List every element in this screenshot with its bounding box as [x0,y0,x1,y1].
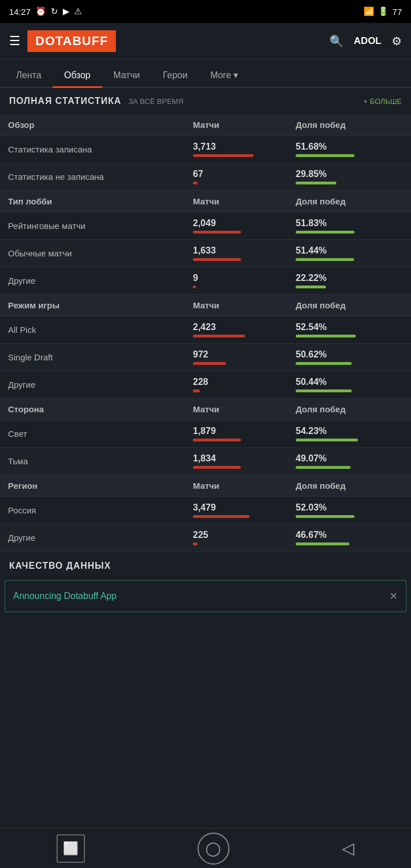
row-winrate: 51.68% [288,136,411,163]
row-matches: 3,479 [185,497,288,524]
status-bar: 14:27 ⏰ ↻ ▶ ⚠ 📶 🔋 77 [0,0,411,23]
winrate-number: 51.68% [296,142,403,152]
row-label: Другие [0,524,185,552]
row-label: Рейтинговые матчи [0,212,185,240]
row-winrate: 52.54% [288,316,411,344]
winrate-number: 50.62% [296,349,403,360]
section-header: ПОЛНАЯ СТАТИСТИКА ЗА ВСЁ ВРЕМЯ + БОЛЬШЕ [0,88,411,114]
alarm-icon: ⏰ [35,6,46,17]
row-matches: 972 [185,344,288,371]
settings-icon[interactable]: ⚙ [392,34,402,48]
nav-tabs: Лента Обзор Матчи Герои More ▾ [0,59,411,88]
group-header-mode: Режим игры Матчи Доля побед [0,295,411,316]
winrate-number: 51.44% [296,246,403,256]
group-header-side: Сторона Матчи Доля побед [0,399,411,420]
group-name-lobby: Тип лобби [0,191,185,212]
match-number: 228 [193,377,280,387]
winrate-number: 49.07% [296,453,403,464]
row-winrate: 52.03% [288,497,411,524]
row-winrate: 50.44% [288,371,411,399]
row-matches: 1,834 [185,448,288,475]
winrate-number: 54.23% [296,426,403,436]
col-header-winrate-4: Доля побед [288,399,411,420]
col-header-matches-3: Матчи [185,295,288,316]
search-icon[interactable]: 🔍 [329,34,344,48]
square-button[interactable]: ⬜ [57,834,85,863]
nav-bar: ⬜ ◯ ◁ [0,828,411,868]
table-row: Другие 9 22.22% [0,267,411,295]
row-label: Россия [0,497,185,524]
row-matches: 228 [185,371,288,399]
table-row: Рейтинговые матчи 2,049 51.83% [0,212,411,240]
table-row: Обычные матчи 1,633 51.44% [0,240,411,267]
table-row: All Pick 2,423 52.54% [0,316,411,344]
tab-lenta[interactable]: Лента [5,65,53,88]
warning-icon: ⚠ [74,6,82,17]
match-number: 225 [193,530,280,540]
stats-table: Обзор Матчи Доля побед Статистика записа… [0,114,411,552]
row-winrate: 51.44% [288,240,411,267]
sync-icon: ↻ [51,6,58,17]
group-header-region: Регион Матчи Доля побед [0,475,411,497]
winrate-number: 51.83% [296,218,403,228]
hamburger-icon[interactable]: ☰ [9,34,21,49]
section-title-area: ПОЛНАЯ СТАТИСТИКА ЗА ВСЁ ВРЕМЯ [9,96,183,106]
square-icon: ⬜ [63,841,78,856]
logo[interactable]: DOTABUFF [27,30,116,52]
table-row: Свет 1,879 54.23% [0,420,411,448]
row-label: Другие [0,371,185,399]
main-content: ПОЛНАЯ СТАТИСТИКА ЗА ВСЁ ВРЕМЯ + БОЛЬШЕ … [0,88,411,704]
username[interactable]: ADOL [354,35,381,47]
more-label: More ▾ [210,70,238,81]
row-matches: 9 [185,267,288,295]
table-row: Статистика записана 3,713 51.68% [0,136,411,163]
plus-icon: + [363,97,368,106]
ad-text: Announcing Dotabuff App [13,591,116,601]
tab-geroi[interactable]: Герои [151,65,199,88]
col-header-matches-1: Матчи [185,114,288,136]
col-header-matches-2: Матчи [185,191,288,212]
table-row: Другие 228 50.44% [0,371,411,399]
row-label: Статистика не записана [0,163,185,191]
tab-matchi[interactable]: Матчи [102,65,152,88]
col-header-matches-5: Матчи [185,475,288,497]
row-matches: 2,423 [185,316,288,344]
match-number: 1,633 [193,246,280,256]
status-time: 14:27 [9,7,31,17]
battery-icon: 🔋 [378,6,389,17]
row-label: All Pick [0,316,185,344]
match-number: 67 [193,169,280,179]
table-row: Россия 3,479 52.03% [0,497,411,524]
row-winrate: 50.62% [288,344,411,371]
row-matches: 67 [185,163,288,191]
header-left: ☰ DOTABUFF [9,30,116,52]
table-row: Тьма 1,834 49.07% [0,448,411,475]
winrate-number: 22.22% [296,273,403,283]
status-left: 14:27 ⏰ ↻ ▶ ⚠ [9,6,82,17]
signal-icon: 📶 [364,6,374,17]
col-header-winrate-2: Доля побед [288,191,411,212]
section-subtitle: ЗА ВСЁ ВРЕМЯ [128,97,183,106]
col-header-winrate-3: Доля побед [288,295,411,316]
ad-banner: Announcing Dotabuff App ✕ [5,580,406,612]
tab-more[interactable]: More ▾ [199,64,249,88]
bottom-title: КАЧЕСТВО ДАННЫХ [9,561,402,571]
section-title: ПОЛНАЯ СТАТИСТИКА [9,96,122,106]
tab-obzor[interactable]: Обзор [53,65,102,88]
section-more-button[interactable]: + БОЛЬШЕ [363,97,402,106]
circle-icon: ◯ [206,841,221,857]
ad-close-button[interactable]: ✕ [389,590,398,602]
more-text: БОЛЬШЕ [370,97,402,106]
row-label: Обычные матчи [0,240,185,267]
row-winrate: 22.22% [288,267,411,295]
home-button[interactable]: ◯ [198,833,229,865]
match-number: 2,423 [193,322,280,332]
winrate-number: 29.85% [296,169,403,179]
back-button[interactable]: ◁ [342,839,354,858]
row-matches: 1,879 [185,420,288,448]
group-name-overview: Обзор [0,114,185,136]
match-number: 1,879 [193,426,280,436]
winrate-number: 46.67% [296,530,403,540]
match-number: 1,834 [193,453,280,464]
battery-level: 77 [392,7,402,17]
